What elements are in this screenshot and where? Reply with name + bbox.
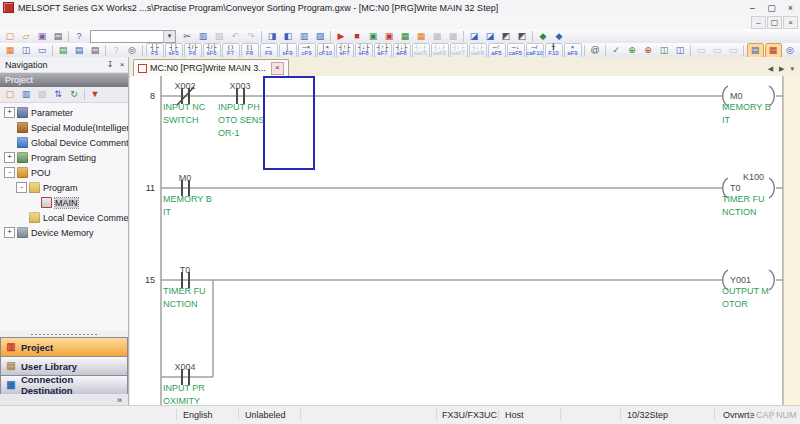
undo-icon[interactable]: ↶ [228, 30, 243, 43]
tree-item-pou[interactable]: - POU [0, 165, 128, 180]
open-branch-button[interactable]: ┤├sF5 [165, 43, 183, 58]
horizontal-line-button[interactable]: ─F9 [260, 43, 278, 58]
close-branch-button[interactable]: ┤/├sF6 [203, 43, 221, 58]
maximize-button[interactable]: ▢ [762, 1, 781, 15]
watch-window-2-icon[interactable]: ◪ [483, 30, 498, 43]
coil-button[interactable]: ( )F7 [222, 43, 240, 58]
tab-scroll-right-icon[interactable]: ▶ [776, 65, 787, 73]
contact-t0-no[interactable]: T0 TIMER FU NCTION [163, 265, 206, 309]
find-icon[interactable]: ◎ [125, 44, 140, 57]
tree-item-local-device-comment[interactable]: Local Device Commen [0, 210, 128, 225]
nav-refresh-icon[interactable]: ↻ [67, 88, 82, 101]
tree-expander-icon[interactable]: + [4, 227, 15, 238]
tree-expander-icon[interactable]: + [4, 107, 15, 118]
application-instruction-button[interactable]: [ ]F8 [241, 43, 259, 58]
toolbar-separator[interactable] [105, 45, 106, 56]
pin-icon[interactable]: ↧ [104, 60, 116, 69]
project-data-list-icon[interactable]: ▦ [3, 44, 18, 57]
toolbar-separator[interactable] [690, 45, 691, 56]
remote-operation-icon[interactable]: ▨ [313, 30, 328, 43]
watch-window-1-icon[interactable]: ◪ [467, 30, 482, 43]
tree-item-program-setting[interactable]: + Program Setting [0, 150, 128, 165]
project-view-button[interactable]: ▥ Project [0, 337, 128, 356]
delete-horizontal-line-button[interactable]: ─×cF9 [298, 43, 316, 58]
toolbar-separator[interactable] [532, 31, 533, 42]
tree-item-global-device-comment[interactable]: Global Device Comment [0, 135, 128, 150]
user-library-button[interactable]: ▤ User Library [0, 356, 128, 375]
open-contact-button[interactable]: ┤├F5 [146, 43, 164, 58]
nav-new-item-icon[interactable]: ▢ [3, 88, 18, 101]
stop-monitoring-icon[interactable]: ■ [350, 30, 365, 43]
note-edit-icon[interactable]: ▭ [710, 44, 725, 57]
contact-x003-no[interactable]: X003 INPUT PH OTO SENS OR-1 [218, 81, 264, 138]
mdi-restore-button[interactable]: ▢ [767, 16, 782, 29]
toolbar-separator[interactable] [743, 45, 744, 56]
toolbar-separator[interactable] [463, 31, 464, 42]
tree-expander-icon[interactable]: + [4, 152, 15, 163]
print-icon[interactable]: ▤ [51, 30, 66, 43]
rising-pulse-close-branch-button[interactable]: ┤↑├saF7 [450, 43, 468, 58]
new-project-icon[interactable]: ▢ [3, 30, 18, 43]
start-monitoring-icon[interactable]: ▶ [334, 30, 349, 43]
cut-icon[interactable]: ✂ [180, 30, 195, 43]
nav-sort-icon[interactable]: ⇅ [51, 88, 66, 101]
tab-scroll-left-icon[interactable]: ◀ [765, 65, 776, 73]
toolbar-separator[interactable] [584, 45, 585, 56]
find-device-icon[interactable]: ◎ [783, 44, 798, 57]
delete-vertical-line-button[interactable]: │×cF10 [317, 43, 335, 58]
device-comment-display-icon[interactable]: ▤ [56, 44, 71, 57]
toolbar-separator[interactable] [68, 31, 69, 42]
help-icon[interactable]: ? [72, 30, 87, 43]
edit-line-button[interactable]: ╂F10 [545, 43, 563, 58]
coil-y001[interactable]: Y001 OUTPUT M OTOR [722, 270, 774, 309]
coil-m0[interactable]: M0 MEMORY B IT [722, 86, 774, 125]
tree-item-special-module[interactable]: Special Module(Intelligent [0, 120, 128, 135]
toolbar-separator[interactable] [261, 31, 262, 42]
monitor-write-mode-icon[interactable]: ▣ [382, 30, 397, 43]
declare-edit-icon[interactable]: ▭ [726, 44, 741, 57]
minimize-button[interactable]: – [743, 1, 762, 15]
toolbar-separator[interactable] [84, 89, 85, 100]
convert-all-icon[interactable]: ⊕ [641, 44, 656, 57]
output-window-icon[interactable]: ▭ [35, 44, 50, 57]
monitor-mode-icon[interactable]: ▣ [366, 30, 381, 43]
write-mode-icon[interactable]: ▦ [414, 30, 429, 43]
sampling-trace-icon[interactable]: ◆ [552, 30, 567, 43]
help-context-icon[interactable]: ? [109, 44, 124, 57]
statement-display-icon[interactable]: ▦ [765, 43, 782, 58]
nav-filter-icon[interactable]: ▼ [88, 88, 103, 101]
contact-x002-nc[interactable]: X002 INPUT NC SWITCH [163, 81, 206, 125]
redo-icon[interactable]: ↷ [244, 30, 259, 43]
falling-pulse-close-branch-button[interactable]: ┤↓├saF8 [469, 43, 487, 58]
intelligent-function-monitor-icon[interactable]: ◆ [536, 30, 551, 43]
tab-close-icon[interactable]: × [271, 62, 284, 75]
falling-pulse-button[interactable]: ┤↓├sF8 [355, 43, 373, 58]
rising-pulse-button[interactable]: ┤↑├sF7 [336, 43, 354, 58]
panel-splitter[interactable] [30, 330, 98, 337]
vertical-line-button[interactable]: │sF9 [279, 43, 297, 58]
verify-with-plc-icon[interactable]: ▥ [297, 30, 312, 43]
nav-copy-icon[interactable]: ▥ [19, 88, 34, 101]
close-contact-button[interactable]: ┤/├F6 [184, 43, 202, 58]
statement-edit-icon[interactable]: ▭ [694, 44, 709, 57]
copy-icon[interactable]: ▥ [196, 30, 211, 43]
toolbar-separator[interactable] [330, 31, 331, 42]
device-batch-monitor-icon[interactable]: ▩ [430, 30, 445, 43]
rising-pulse-close-button[interactable]: ┤↑├aF7 [374, 43, 392, 58]
tab-list-icon[interactable]: ▾ [787, 65, 797, 73]
mdi-close-button[interactable]: × [783, 16, 798, 29]
convert-result-button[interactable]: ─↓caF5 [507, 43, 525, 58]
ladder-editor[interactable]: 8 X002 INPUT NC SWITCH X003 INPUT PH OTO… [130, 76, 784, 406]
invert-result-button[interactable]: ─↑aF5 [488, 43, 506, 58]
convert-icon[interactable]: ⊕ [625, 44, 640, 57]
buffer-memory-monitor-icon[interactable]: ▩ [446, 30, 461, 43]
close-button[interactable]: × [781, 1, 800, 15]
tree-expander-icon[interactable]: - [16, 182, 27, 193]
coil-t0-timer[interactable]: K100 T0 TIMER FU NCTION [722, 172, 774, 217]
tree-item-parameter[interactable]: + Parameter [0, 105, 128, 120]
paste-icon[interactable]: ▧ [212, 30, 227, 43]
comment-display-icon[interactable]: ▤ [747, 43, 764, 58]
toolbar-separator[interactable] [142, 45, 143, 56]
watch-window-4-icon[interactable]: ◩ [515, 30, 530, 43]
docking-window-icon[interactable]: ◫ [19, 44, 34, 57]
